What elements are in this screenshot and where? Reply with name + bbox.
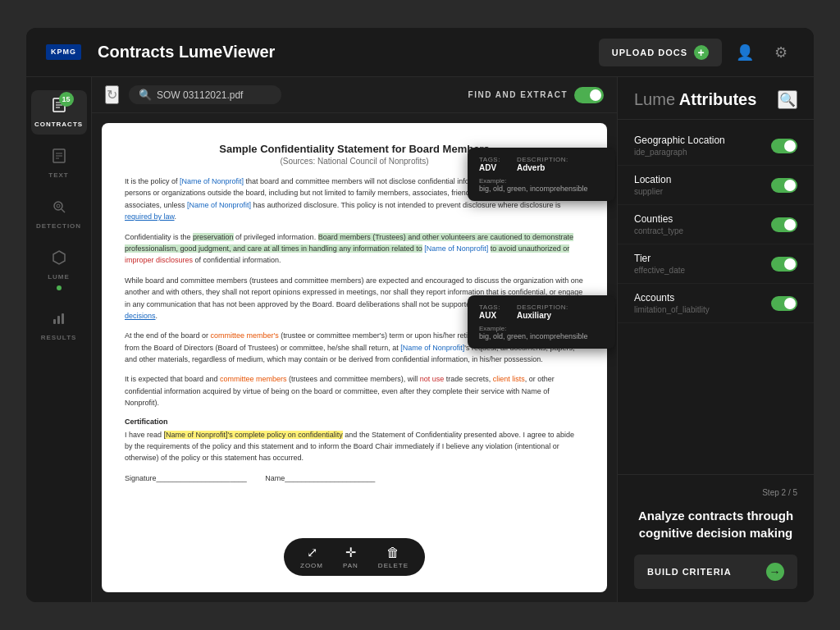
sidebar-item-results[interactable]: RESULTS xyxy=(31,304,87,348)
lume-active-dot xyxy=(57,285,62,290)
attr-counties-name: Counties xyxy=(634,213,683,225)
pan-icon: ✛ xyxy=(345,545,356,560)
attr-tier-name: Tier xyxy=(634,253,685,264)
pan-tool[interactable]: ✛ PAN xyxy=(343,545,358,569)
highlight-committee: committee member's xyxy=(211,331,279,340)
contracts-icon: 15 xyxy=(51,97,67,117)
highlight-nonprofit-3: [Name of Nonprofit] xyxy=(187,201,251,209)
tooltip-tags-section-2: Tags: AUX xyxy=(479,304,500,320)
attr-geo-name: Geographic Location xyxy=(634,135,725,146)
build-criteria-label: BUILD CRITERIA xyxy=(647,567,732,577)
tooltip-desc-section-2: Description: Auxiliary xyxy=(517,304,568,320)
settings-icon-button[interactable]: ⚙ xyxy=(768,39,794,66)
sidebar-item-text[interactable]: TEXT xyxy=(31,141,87,185)
attr-item-geo-location: Geographic Location ide_paragraph xyxy=(618,126,814,166)
attr-tier-sub: effective_date xyxy=(634,266,685,275)
svg-rect-13 xyxy=(57,316,60,324)
right-title-attr: Attributes xyxy=(675,90,756,108)
tooltip-desc-value-1: Adverb xyxy=(517,163,568,172)
doc-card: Sample Confidentiality Statement for Boa… xyxy=(102,123,607,592)
name-label: Name xyxy=(265,474,285,482)
refresh-button[interactable]: ↻ xyxy=(105,85,119,104)
certification-title: Certification xyxy=(125,418,584,426)
sidebar-contracts-label: CONTRACTS xyxy=(34,121,83,128)
attr-counties-sub: contract_type xyxy=(634,226,683,235)
svg-marker-11 xyxy=(53,251,65,264)
attr-location-info: Location supplier xyxy=(634,174,671,196)
right-panel: Lume Attributes 🔍 Geographic Location id… xyxy=(617,77,814,602)
svg-rect-14 xyxy=(62,313,64,324)
find-extract-control: FIND AND EXTRACT xyxy=(468,87,604,103)
sidebar-lume-label: LUME xyxy=(48,273,70,281)
right-panel-title: Lume Attributes xyxy=(634,90,756,109)
attr-item-location: Location supplier xyxy=(618,166,814,205)
gear-icon: ⚙ xyxy=(774,43,788,62)
search-input[interactable] xyxy=(157,89,272,101)
delete-tool[interactable]: 🗑 DELETE xyxy=(378,546,409,569)
upload-docs-button[interactable]: UPLOAD DOCS + xyxy=(599,39,722,66)
highlight-nonprofit-5: [Name of Nonprofit] xyxy=(400,344,464,352)
text-icon xyxy=(51,148,67,168)
attr-location-toggle[interactable] xyxy=(771,178,797,193)
tooltip-tags-label-2: Tags: xyxy=(479,304,500,311)
header-right: UPLOAD DOCS + 👤 ⚙ xyxy=(599,39,794,66)
required-by-law: required by law xyxy=(125,212,175,221)
tooltip-tags-section-1: Tags: ADV xyxy=(479,156,500,172)
tooltip-tag-value-1: ADV xyxy=(479,163,500,172)
attr-geo-toggle[interactable] xyxy=(771,139,797,153)
attr-tier-info: Tier effective_date xyxy=(634,253,685,275)
right-panel-header: Lume Attributes 🔍 xyxy=(618,77,814,120)
sidebar-item-detection[interactable]: DETECTION xyxy=(31,192,87,236)
attr-tier-toggle[interactable] xyxy=(771,257,797,272)
svg-point-9 xyxy=(57,204,60,208)
attr-location-sub: supplier xyxy=(634,187,671,196)
search-icon: 🔍 xyxy=(139,89,152,101)
attr-geo-info: Geographic Location ide_paragraph xyxy=(634,135,725,157)
attr-accounts-toggle[interactable] xyxy=(771,296,797,311)
tooltip-example-val-1: big, old, green, incomprehensible xyxy=(479,185,604,193)
tooltip-desc-label-1: Description: xyxy=(517,156,568,163)
attr-location-name: Location xyxy=(634,174,671,185)
plus-icon: + xyxy=(694,45,709,60)
highlight-not-use: not use xyxy=(420,375,445,383)
user-icon-button[interactable]: 👤 xyxy=(732,39,758,66)
attr-item-tier: Tier effective_date xyxy=(618,244,814,284)
tooltip-header-1: Tags: ADV Description: Adverb xyxy=(479,156,604,172)
doc-para-5: It is expected that board and committee … xyxy=(125,373,584,409)
zoom-tool[interactable]: ⤢ ZOOM xyxy=(300,545,323,569)
tooltip-example-val-2: big, old, green, incomprehensible xyxy=(479,332,604,340)
tooltip-aux: Tags: AUX Description: Auxiliary Example… xyxy=(468,295,615,349)
attr-counties-toggle[interactable] xyxy=(771,217,797,232)
build-criteria-button[interactable]: BUILD CRITERIA → xyxy=(634,555,797,589)
title-light: Contracts xyxy=(98,43,179,61)
app-window: KPMG Contracts LumeViewer UPLOAD DOCS + … xyxy=(26,28,814,602)
tooltip-example-label-2: Example: xyxy=(479,325,604,332)
attr-counties-info: Counties contract_type xyxy=(634,213,683,235)
pan-label: PAN xyxy=(343,562,358,569)
right-search-button[interactable]: 🔍 xyxy=(778,90,797,109)
header: KPMG Contracts LumeViewer UPLOAD DOCS + … xyxy=(26,28,814,77)
cta-text: Analyze contracts through cognitive deci… xyxy=(634,507,797,541)
highlight-nonprofit-1: [Name of Nonprofit] xyxy=(180,177,244,185)
certification-text: I have read [Name of Nonprofit]'s comple… xyxy=(125,429,584,464)
attr-accounts-name: Accounts xyxy=(634,292,710,304)
header-title: Contracts LumeViewer xyxy=(98,43,275,62)
tooltip-tags-label-1: Tags: xyxy=(479,156,500,163)
detection-icon xyxy=(51,199,67,219)
svg-line-10 xyxy=(62,209,65,212)
sidebar: 15 CONTRACTS TEXT xyxy=(26,77,92,602)
sidebar-item-lume[interactable]: LUME xyxy=(31,243,87,297)
doc-bottom-toolbar: ⤢ ZOOM ✛ PAN 🗑 DELETE xyxy=(284,538,425,576)
contracts-badge: 15 xyxy=(59,92,74,107)
attr-accounts-info: Accounts limitation_of_liabitlity xyxy=(634,292,710,314)
step-indicator: Step 2 / 5 xyxy=(634,488,797,497)
sidebar-item-contracts[interactable]: 15 CONTRACTS xyxy=(31,90,87,135)
find-extract-toggle[interactable] xyxy=(574,87,604,103)
sidebar-results-label: RESULTS xyxy=(41,334,77,341)
attr-item-counties: Counties contract_type xyxy=(618,205,814,244)
results-icon xyxy=(51,310,67,331)
user-icon: 👤 xyxy=(736,43,754,62)
svg-rect-12 xyxy=(53,319,56,324)
lume-icon xyxy=(51,249,67,270)
title-bold: LumeViewer xyxy=(179,43,275,61)
